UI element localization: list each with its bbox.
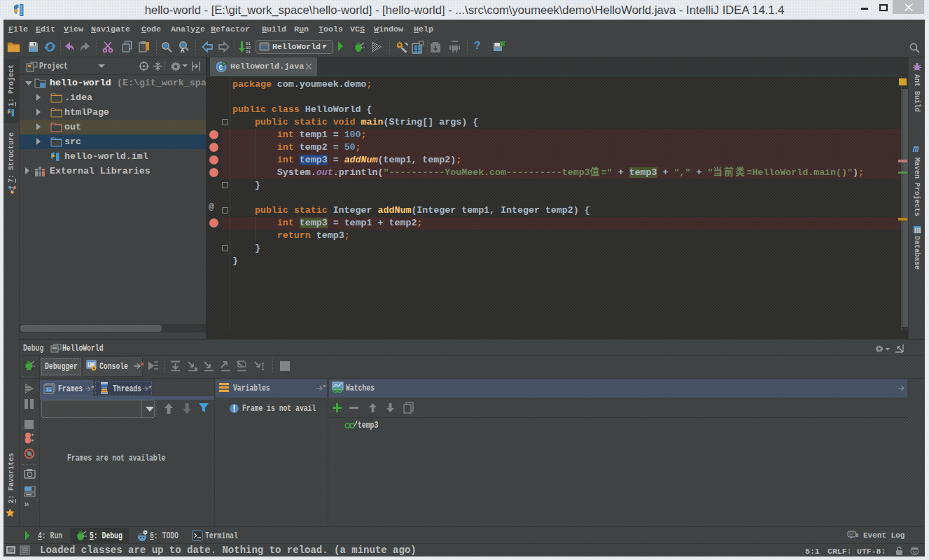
svg-text:01: 01 xyxy=(246,50,251,54)
svg-text:A: A xyxy=(181,48,185,53)
